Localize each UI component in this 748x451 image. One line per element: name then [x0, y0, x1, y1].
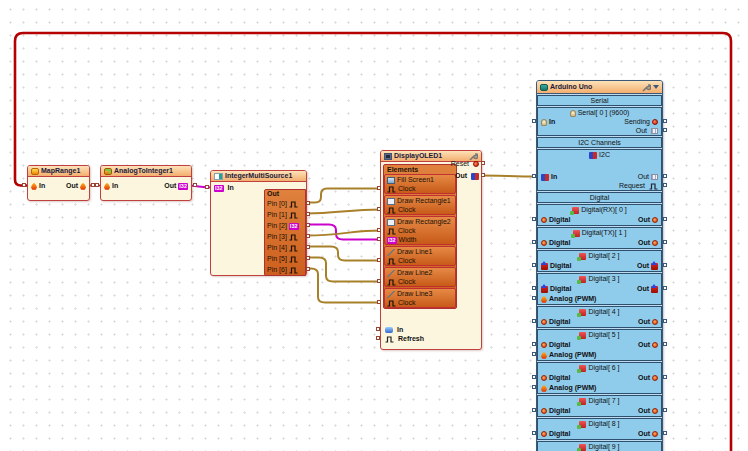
- connector-d1-in[interactable]: [532, 240, 536, 244]
- connector-d4-in[interactable]: [532, 319, 536, 323]
- wrench-icon[interactable]: [642, 83, 651, 92]
- element-draw-line1[interactable]: Draw Line1 Clock: [384, 246, 456, 266]
- connector-oled-in[interactable]: [376, 327, 380, 331]
- element-draw-rectangle1[interactable]: Draw Rectangle1 Clock: [384, 195, 456, 215]
- connector-d6-in[interactable]: [532, 375, 536, 379]
- map-range-titlebar[interactable]: MapRange1: [28, 166, 89, 177]
- connector-d0-in[interactable]: [532, 217, 536, 221]
- digital-pin-box-2[interactable]: Digital[ 2 ] Digital Out: [537, 250, 662, 272]
- connector-d2-out[interactable]: [663, 263, 667, 267]
- pin-row: Pin [4]: [265, 242, 305, 253]
- connector-serial-in[interactable]: [532, 119, 536, 123]
- digital-pin-box-6[interactable]: Digital[ 6 ] Digital Out Analog (PWM): [537, 362, 662, 394]
- pin-reset: Reset: [451, 160, 469, 167]
- pin-digital: Digital: [541, 317, 570, 327]
- digital-pin-box-8[interactable]: Digital[ 8 ] Digital Out: [537, 418, 662, 440]
- digital-pin-box-0[interactable]: Digital(RX)[ 0 ] Digital Out: [537, 204, 662, 226]
- connector-oled-reset[interactable]: [481, 161, 485, 165]
- block-integer-multi-source[interactable]: IntegerMultiSource1 I32 In Out Pin [0] P…: [210, 170, 307, 276]
- digital-channel-icon: [579, 276, 586, 283]
- element-draw-line2[interactable]: Draw Line2 Clock: [384, 267, 456, 287]
- connector-line2-clock[interactable]: [377, 279, 381, 283]
- connector-line3-clock[interactable]: [377, 300, 381, 304]
- connector-d3-out[interactable]: [663, 286, 667, 290]
- connector-d6-pwm[interactable]: [532, 385, 536, 389]
- connector-d3-pwm[interactable]: [532, 296, 536, 300]
- connector-ims-pin2[interactable]: [306, 223, 310, 227]
- connector-d0-out[interactable]: [663, 217, 667, 221]
- digital-channel-icon: [579, 365, 586, 372]
- analog-pin-icon: [541, 352, 547, 359]
- connector-a2i-out[interactable]: [193, 183, 197, 187]
- wire-ims-pin3-rect2-clock[interactable]: [307, 231, 381, 236]
- i2c-channel-box[interactable]: I2C In Out Request: [537, 149, 662, 191]
- digital-pin-box-4[interactable]: Digital[ 4 ] Digital Out: [537, 306, 662, 328]
- connector-ims-pin1[interactable]: [306, 212, 310, 216]
- element-fill-screen[interactable]: Fill Screen1 Clock: [384, 174, 456, 194]
- connector-d5-in[interactable]: [532, 342, 536, 346]
- connector-serial-out[interactable]: [663, 128, 667, 132]
- wire-ims-pin4-line1-clock[interactable]: [307, 247, 381, 261]
- wire-ims-pin1-rect1-clock[interactable]: [307, 210, 381, 214]
- pin-serial-out: Out: [636, 127, 647, 134]
- digital-pin-icon: [652, 217, 658, 223]
- connector-i2c-request[interactable]: [663, 183, 667, 187]
- digital-pin-box-9[interactable]: Digital[ 9 ] Digital Out: [537, 441, 662, 451]
- connector-line1-clock[interactable]: [377, 258, 381, 262]
- clock-pin-icon: [289, 267, 298, 274]
- connector-ims-pin5[interactable]: [306, 256, 310, 260]
- collapse-arrow-icon[interactable]: [653, 85, 659, 89]
- connector-d3-in[interactable]: [532, 286, 536, 290]
- block-arduino-uno[interactable]: Arduino Uno Serial Serial[ 0 ] (9600) In…: [536, 80, 663, 451]
- connector-i2c-out[interactable]: [663, 174, 667, 178]
- pin-in: In: [397, 326, 403, 333]
- connector-ims-pin0[interactable]: [306, 201, 310, 205]
- connector-d5-out[interactable]: [663, 342, 667, 346]
- wire-ims-pin6-line3-clock[interactable]: [307, 269, 381, 303]
- connector-oled-out[interactable]: [481, 173, 485, 177]
- serial-channel-box[interactable]: Serial[ 0 ] (9600) In Sending Out: [537, 107, 662, 136]
- connector-rect2-width[interactable]: [377, 237, 381, 241]
- wire-oled-out-to-i2c-in[interactable]: [481, 176, 537, 177]
- wire-ims-pin5-line2-clock[interactable]: [307, 258, 381, 282]
- arduino-titlebar[interactable]: Arduino Uno: [537, 81, 662, 94]
- connector-d7-out[interactable]: [663, 408, 667, 412]
- connector-d8-in[interactable]: [532, 431, 536, 435]
- connector-d2-in[interactable]: [532, 263, 536, 267]
- connector-d4-out[interactable]: [663, 319, 667, 323]
- line-icon: [387, 249, 395, 256]
- connector-d5-pwm[interactable]: [532, 352, 536, 356]
- connector-ims-pin4[interactable]: [306, 245, 310, 249]
- wire-ims-pin2-width[interactable]: [307, 225, 381, 240]
- connector-i2c-in[interactable]: [532, 174, 536, 178]
- connector-rect2-clock[interactable]: [377, 228, 381, 232]
- connector-oled-refresh[interactable]: [376, 336, 380, 340]
- digital-pin-box-1[interactable]: Digital(TX)[ 1 ] Digital Out: [537, 227, 662, 249]
- element-draw-rectangle2[interactable]: Draw Rectangle2 Clock I32 Width: [384, 216, 456, 245]
- connector-a2i-in[interactable]: [95, 183, 99, 187]
- out-header: Out: [265, 190, 305, 198]
- block-map-range[interactable]: MapRange1 In Out: [27, 165, 90, 201]
- block-display-oled[interactable]: DisplayOLED1 Reset Out Elements Fill Scr…: [380, 150, 482, 350]
- connector-maprange-in[interactable]: [22, 183, 26, 187]
- connector-serial-sending[interactable]: [663, 119, 667, 123]
- connector-rect1-clock[interactable]: [377, 207, 381, 211]
- design-canvas[interactable]: MapRange1 In Out AnalogToInteger1 In Out…: [0, 0, 748, 451]
- block-title: Arduino Uno: [550, 81, 640, 93]
- analog-to-integer-titlebar[interactable]: AnalogToInteger1: [101, 166, 191, 177]
- connector-d7-in[interactable]: [532, 408, 536, 412]
- connector-d1-out[interactable]: [663, 240, 667, 244]
- connector-fillscreen-clock[interactable]: [377, 186, 381, 190]
- element-draw-line3[interactable]: Draw Line3 Clock: [384, 288, 456, 308]
- digital-pin-box-5[interactable]: Digital[ 5 ] Digital Out Analog (PWM): [537, 329, 662, 361]
- integer-multi-source-titlebar[interactable]: IntegerMultiSource1: [211, 171, 306, 182]
- wire-ims-pin0-fillscreen-clock[interactable]: [307, 189, 381, 203]
- connector-d8-out[interactable]: [663, 431, 667, 435]
- connector-ims-pin3[interactable]: [306, 234, 310, 238]
- block-analog-to-integer[interactable]: AnalogToInteger1 In OutI32: [100, 165, 192, 201]
- connector-d6-out[interactable]: [663, 375, 667, 379]
- connector-ims-pin6[interactable]: [306, 267, 310, 271]
- digital-pin-box-7[interactable]: Digital[ 7 ] Digital Out: [537, 395, 662, 417]
- connector-ims-in[interactable]: [205, 185, 209, 189]
- digital-pin-box-3[interactable]: Digital[ 3 ] Digital Out Analog (PWM): [537, 273, 662, 305]
